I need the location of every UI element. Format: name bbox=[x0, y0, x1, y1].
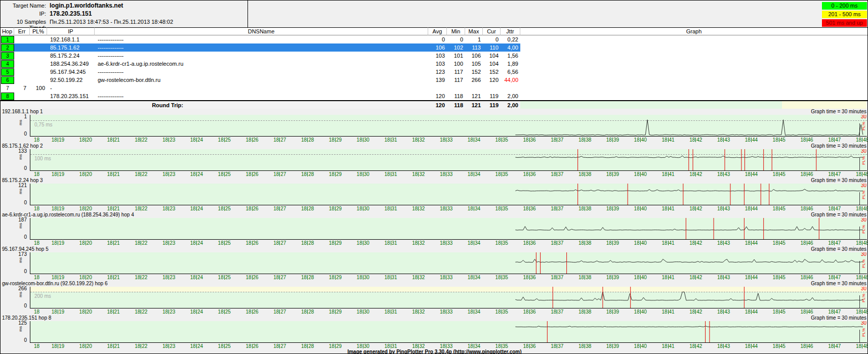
time-tick-label: 1839 bbox=[606, 137, 619, 143]
time-axis: 1818191820182118221823182418251826182718… bbox=[1, 171, 868, 178]
minute-tick bbox=[862, 309, 862, 314]
time-axis: 1818191820182118221823182418251826182718… bbox=[1, 274, 868, 281]
minute-tick bbox=[862, 275, 862, 280]
table-row-hop-1[interactable]: 1192.168.1.1--------------00100,22 bbox=[1, 35, 868, 43]
table-row-hop-5[interactable]: 595.167.94.245--------------123117152152… bbox=[1, 68, 868, 76]
column-header-jttr[interactable]: Jttr bbox=[501, 27, 520, 35]
minute-tick bbox=[723, 172, 724, 176]
column-header-ip[interactable]: IP bbox=[47, 27, 95, 35]
minute-tick bbox=[169, 206, 169, 211]
time-tick-label: 1831 bbox=[384, 343, 397, 349]
minute-tick bbox=[252, 138, 253, 142]
table-row-hop-4[interactable]: 4188.254.36.249ae-6.krdr-cr1-a.ug.ip.ros… bbox=[1, 60, 868, 68]
minute-tick bbox=[58, 206, 58, 211]
table-row-hop-3[interactable]: 385.175.2.24--------------1031011061041,… bbox=[1, 52, 868, 60]
timeline-title: gw-rostelecom-bor.dtln.ru (92.50.199.22)… bbox=[2, 281, 107, 287]
minute-tick bbox=[474, 138, 474, 142]
table-row-hop-6[interactable]: 692.50.199.22gw-rostelecom-bor.dtln.ru13… bbox=[1, 76, 868, 84]
time-tick-label: 1842 bbox=[689, 171, 702, 177]
minute-tick bbox=[169, 275, 169, 280]
minute-tick bbox=[640, 172, 641, 176]
minute-tick bbox=[169, 344, 169, 348]
minute-tick bbox=[502, 241, 502, 245]
cell-avg: 103 bbox=[428, 52, 445, 60]
table-row-hop-7[interactable]: 77100- bbox=[1, 84, 868, 92]
minute-tick bbox=[751, 309, 752, 314]
minute-tick bbox=[391, 275, 391, 280]
time-tick-label: 1847 bbox=[828, 240, 841, 246]
minute-tick bbox=[529, 206, 530, 211]
cell-max: 106 bbox=[465, 52, 481, 60]
minute-tick bbox=[612, 172, 613, 176]
minute-tick bbox=[612, 309, 613, 314]
minute-tick bbox=[807, 275, 807, 280]
time-tick-label: 1836 bbox=[523, 240, 535, 246]
time-tick-label: 1831 bbox=[384, 309, 397, 315]
minute-tick bbox=[335, 172, 336, 176]
column-header-err[interactable]: Err bbox=[14, 27, 30, 35]
timeline-plot: 30PL% bbox=[30, 184, 867, 205]
cell-jttr: 0,22 bbox=[501, 35, 518, 43]
time-tick-label: 1823 bbox=[162, 309, 175, 315]
time-tick-label: 1839 bbox=[606, 275, 619, 280]
minute-tick bbox=[502, 309, 502, 314]
time-tick-label: 1821 bbox=[107, 343, 119, 349]
time-tick-label: 1820 bbox=[79, 171, 92, 177]
cell-avg: 0 bbox=[428, 35, 445, 43]
column-header-cur[interactable]: Cur bbox=[483, 27, 501, 35]
minute-tick bbox=[668, 275, 669, 280]
minute-tick bbox=[196, 172, 197, 176]
timeline-title-bar: 178.20.235.151 hop 8Graph time = 30 minu… bbox=[1, 315, 868, 321]
column-header-max[interactable]: Max bbox=[465, 27, 483, 35]
minute-tick bbox=[807, 241, 807, 245]
cell-ip: 178.20.235.151 bbox=[50, 92, 89, 100]
minute-tick bbox=[723, 138, 724, 142]
cell-pl: 100 bbox=[30, 84, 45, 92]
legend-item-1: 201 - 500 ms bbox=[822, 11, 867, 18]
minute-tick bbox=[86, 309, 86, 314]
minute-tick bbox=[807, 138, 807, 142]
time-tick-label: 1845 bbox=[773, 137, 786, 143]
y-zero-label: 0 bbox=[24, 165, 27, 171]
round-trip-avg: 120 bbox=[428, 101, 445, 109]
column-header-min[interactable]: Min bbox=[447, 27, 465, 35]
time-tick-label: 1845 bbox=[773, 275, 786, 280]
time-tick-label: 1839 bbox=[606, 309, 619, 315]
minute-tick bbox=[252, 241, 253, 245]
minute-tick bbox=[668, 241, 669, 245]
time-tick-label: 1826 bbox=[245, 275, 258, 280]
minute-tick bbox=[640, 344, 641, 348]
column-header-pl%[interactable]: PL% bbox=[30, 27, 47, 35]
timeline-panel-2: 85.175.1.62 hop 2Graph time = 30 minutes… bbox=[1, 143, 868, 178]
cell-ip: 85.175.2.24 bbox=[50, 52, 79, 60]
table-row-hop-8[interactable]: 8178.20.235.151--------------12011812111… bbox=[1, 92, 868, 100]
time-tick-label: 1837 bbox=[551, 343, 563, 349]
cell-ip: 95.167.94.245 bbox=[50, 68, 86, 76]
time-tick-label: 1825 bbox=[218, 171, 231, 177]
column-header-avg[interactable]: Avg bbox=[428, 27, 447, 35]
minute-tick bbox=[252, 206, 253, 211]
minute-tick bbox=[779, 241, 779, 245]
minute-tick bbox=[862, 206, 862, 211]
time-tick-label: 1840 bbox=[634, 343, 647, 349]
minute-tick bbox=[723, 206, 724, 211]
column-header-graph[interactable]: Graph bbox=[520, 27, 868, 35]
table-row-hop-2[interactable]: 285.175.1.62--------------1061021131104,… bbox=[1, 43, 868, 52]
time-tick-label: 1829 bbox=[329, 206, 342, 211]
time-tick-label: 1843 bbox=[717, 171, 730, 177]
column-header-hop[interactable]: Hop bbox=[1, 27, 14, 35]
minute-tick bbox=[391, 138, 391, 142]
time-tick-label: 1844 bbox=[745, 137, 758, 143]
time-tick-label: 1837 bbox=[551, 309, 563, 315]
cell-avg: 139 bbox=[428, 76, 445, 84]
time-tick-label: 1843 bbox=[717, 206, 730, 211]
y-zero-label: 0 bbox=[24, 200, 27, 205]
time-tick-label: 1829 bbox=[329, 309, 342, 315]
minute-tick bbox=[474, 309, 474, 314]
graph-time-label: Graph time = 30 minutes bbox=[811, 315, 866, 321]
minute-tick bbox=[252, 172, 253, 176]
time-tick-label: 1837 bbox=[551, 206, 563, 211]
minute-tick bbox=[502, 206, 502, 211]
column-header-dnsname[interactable]: DNSName bbox=[95, 27, 428, 35]
cell-cur: 104 bbox=[483, 60, 499, 68]
